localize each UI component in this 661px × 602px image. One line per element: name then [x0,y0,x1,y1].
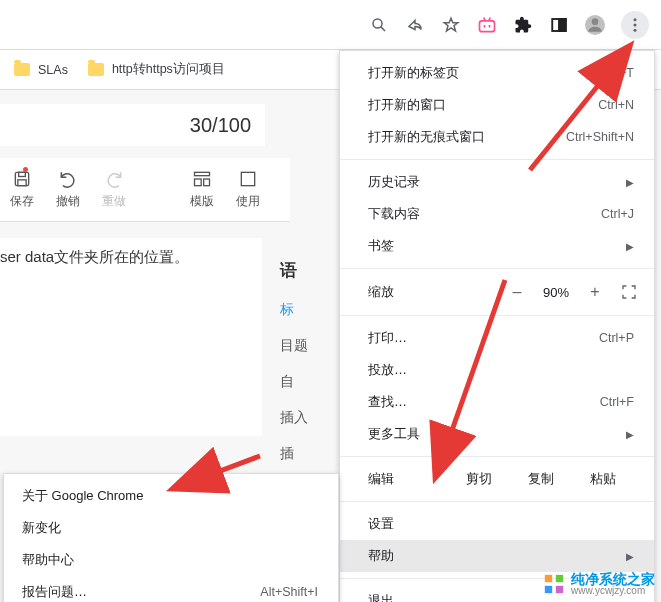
menu-new-tab[interactable]: 打开新的标签页 Ctrl+T [340,57,654,89]
undo-button[interactable]: 撤销 [56,169,80,210]
svg-rect-28 [556,586,563,593]
content-area: ser data文件夹所在的位置。 [0,238,262,436]
svg-point-12 [634,23,637,26]
menu-separator [340,268,654,269]
side-item-1[interactable]: 目题 [280,328,330,364]
menu-new-window[interactable]: 打开新的窗口 Ctrl+N [340,89,654,121]
svg-rect-17 [195,172,210,175]
zoom-in-button[interactable]: + [580,283,610,301]
help-report[interactable]: 报告问题… Alt+Shift+I [4,576,338,602]
side-item-2[interactable]: 自 [280,364,330,400]
menu-separator [340,159,654,160]
zoom-value: 90% [532,285,580,300]
svg-point-13 [634,28,637,31]
menu-find[interactable]: 查找… Ctrl+F [340,386,654,418]
side-item-4[interactable]: 插 [280,436,330,472]
watermark-logo-icon [543,573,565,595]
panel-icon[interactable] [549,15,569,35]
chevron-right-icon: ▶ [626,551,634,562]
use-button[interactable]: 使用 [236,169,260,210]
side-panel: 语 标 目题 自 插入 插 [280,248,330,472]
share-icon[interactable] [405,15,425,35]
save-button[interactable]: 保存 [10,169,34,210]
zoom-out-button[interactable]: – [502,283,532,301]
bookmark-folder-slas[interactable]: SLAs [14,63,68,77]
bookmark-folder-http[interactable]: http转https访问项目 [88,61,225,78]
search-icon[interactable] [369,15,389,35]
svg-rect-19 [204,179,210,186]
menu-bookmarks[interactable]: 书签 ▶ [340,230,654,262]
fullscreen-icon[interactable] [618,281,640,303]
template-button[interactable]: 模版 [190,169,214,210]
svg-rect-3 [480,20,495,31]
svg-rect-25 [545,575,552,582]
chevron-right-icon: ▶ [626,177,634,188]
bookmark-label: http转https访问项目 [112,61,225,78]
extensions-icon[interactable] [513,15,533,35]
menu-separator [340,315,654,316]
svg-marker-2 [444,18,458,31]
more-icon[interactable] [621,11,649,39]
menu-cast[interactable]: 投放… [340,354,654,386]
editor-toolbar: 保存 撤销 重做 模版 使用 [0,158,290,222]
svg-point-0 [373,19,382,28]
help-about[interactable]: 关于 Google Chrome [4,480,338,512]
edit-paste[interactable]: 粘贴 [572,470,634,488]
watermark-url: www.ycwjzy.com [571,585,655,596]
profile-icon[interactable] [585,15,605,35]
help-center[interactable]: 帮助中心 [4,544,338,576]
chevron-right-icon: ▶ [626,429,634,440]
folder-icon [88,63,104,76]
svg-rect-9 [559,19,566,31]
menu-separator [340,501,654,502]
edit-copy[interactable]: 复制 [510,470,572,488]
help-submenu: 关于 Google Chrome 新变化 帮助中心 报告问题… Alt+Shif… [3,473,339,602]
score-display: 30/100 [0,104,265,146]
side-heading: 语 [280,248,330,292]
menu-history[interactable]: 历史记录 ▶ [340,166,654,198]
svg-point-11 [634,18,637,21]
svg-rect-26 [556,575,563,582]
side-item-3[interactable]: 插入 [280,400,330,436]
watermark: 纯净系统之家 www.ycwjzy.com [543,572,655,596]
chevron-right-icon: ▶ [626,241,634,252]
star-icon[interactable] [441,15,461,35]
side-item-0[interactable]: 标 [280,292,330,328]
redo-button[interactable]: 重做 [102,169,126,210]
svg-point-10 [592,18,599,25]
svg-rect-27 [545,586,552,593]
menu-incognito[interactable]: 打开新的无痕式窗口 Ctrl+Shift+N [340,121,654,153]
svg-rect-20 [241,172,254,185]
menu-help[interactable]: 帮助 ▶ [340,540,654,572]
menu-more-tools[interactable]: 更多工具 ▶ [340,418,654,450]
menu-settings[interactable]: 设置 [340,508,654,540]
menu-downloads[interactable]: 下载内容 Ctrl+J [340,198,654,230]
svg-line-1 [381,26,385,30]
svg-rect-15 [19,172,26,176]
bilibili-icon[interactable] [477,15,497,35]
svg-rect-18 [195,179,202,186]
browser-toolbar [0,0,661,50]
menu-print[interactable]: 打印… Ctrl+P [340,322,654,354]
bookmark-label: SLAs [38,63,68,77]
menu-edit: 编辑 剪切 复制 粘贴 [340,463,654,495]
menu-zoom: 缩放 – 90% + [340,275,654,309]
edit-cut[interactable]: 剪切 [448,470,510,488]
content-text: ser data文件夹所在的位置。 [0,248,262,267]
chrome-menu: 打开新的标签页 Ctrl+T 打开新的窗口 Ctrl+N 打开新的无痕式窗口 C… [339,50,655,602]
help-whatsnew[interactable]: 新变化 [4,512,338,544]
folder-icon [14,63,30,76]
menu-separator [340,456,654,457]
svg-rect-16 [18,180,26,186]
